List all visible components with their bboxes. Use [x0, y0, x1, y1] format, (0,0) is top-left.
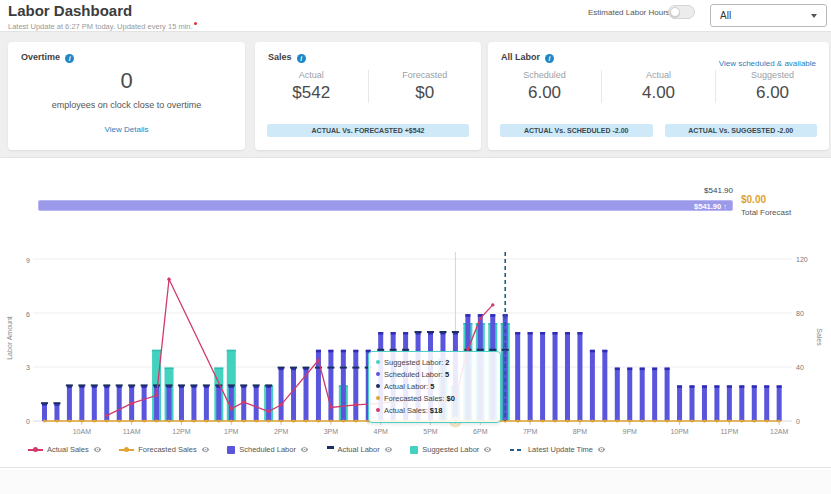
legend-label: Suggested Labor [422, 445, 479, 454]
sales-card: Salesi Actual $542 Forecasted $0 ACTUAL … [255, 42, 481, 150]
sales-title-text: Sales [268, 52, 292, 62]
overtime-card: Overtimei 0 employees on clock close to … [8, 42, 245, 150]
department-filter-dropdown[interactable]: All [710, 4, 827, 27]
sales-actual-value: $542 [255, 83, 368, 103]
page-subtitle: Latest Update at 6:27 PM today. Updated … [8, 22, 197, 31]
tooltip-series-bullet [376, 396, 380, 400]
overtime-description: employees on clock close to overtime [8, 100, 245, 110]
info-icon[interactable]: i [297, 54, 306, 63]
all-labor-title: All Labori [501, 52, 554, 63]
forecast-progress-bar: $541.90 ↑ [38, 200, 733, 211]
overtime-title: Overtimei [21, 52, 74, 63]
tooltip-row: Actual Sales: $18 [376, 405, 493, 417]
legend-item-actual-sales[interactable]: Actual Sales [28, 445, 102, 454]
legend-item-scheduled-labor[interactable]: Scheduled Labor [227, 445, 309, 454]
actual-labor-marker-icon [327, 446, 334, 449]
page-footer-space [0, 469, 831, 494]
tooltip-series-bullet [376, 360, 380, 364]
sales-title: Salesi [268, 52, 306, 63]
tooltip-series-bullet [376, 384, 380, 388]
page-title: Labor Dashboard [8, 2, 132, 19]
dropdown-value: All [720, 10, 731, 21]
legend-item-forecasted-sales[interactable]: Forecasted Sales [119, 445, 209, 454]
labor-scheduled-value: 6.00 [488, 83, 601, 103]
visibility-eye-icon[interactable] [597, 445, 606, 454]
total-forecast-value: $0.00 [741, 194, 766, 205]
tooltip-row: Suggested Labor: 2 [376, 357, 493, 369]
tooltip-row: Forecasted Sales: $0 [376, 393, 493, 405]
forecast-bar-label: $541.90 [620, 186, 733, 195]
sales-forecasted-column: Forecasted $0 [368, 70, 482, 103]
app-root: Labor Dashboard Latest Update at 6:27 PM… [0, 0, 831, 494]
view-details-link[interactable]: View Details [105, 125, 149, 134]
all-labor-title-text: All Labor [501, 52, 540, 62]
tooltip-row: Scheduled Labor: 5 [376, 369, 493, 381]
info-icon[interactable]: i [545, 54, 554, 63]
chart-legend: Actual SalesForecasted SalesScheduled La… [28, 445, 606, 454]
sales-comparison-badge: ACTUAL Vs. FORECASTED +$542 [267, 124, 469, 137]
labor-scheduled-badge: ACTUAL Vs. SCHEDULED -2.00 [500, 124, 653, 137]
sales-actual-column: Actual $542 [255, 70, 368, 103]
total-forecast-label: Total Forecast [741, 208, 791, 217]
tooltip-series-bullet [376, 408, 380, 412]
legend-item-latest-update-time[interactable]: Latest Update Time [510, 445, 606, 454]
suggested-labor-marker-icon [410, 446, 418, 454]
legend-label: Latest Update Time [528, 445, 593, 454]
visibility-eye-icon[interactable] [93, 445, 102, 454]
estimated-labor-hours-label: Estimated Labor Hours [588, 8, 670, 17]
estimated-labor-hours-toggle[interactable] [668, 5, 695, 19]
chevron-down-icon [811, 14, 817, 18]
legend-label: Scheduled Labor [239, 445, 296, 454]
visibility-eye-icon[interactable] [483, 445, 492, 454]
chart-tooltip: Suggested Labor: 2Scheduled Labor: 5Actu… [368, 351, 501, 423]
visibility-eye-icon[interactable] [384, 445, 393, 454]
legend-label: Actual Sales [47, 445, 89, 454]
labor-suggested-column: Suggested 6.00 [715, 70, 829, 103]
labor-actual-label: Actual [602, 70, 715, 80]
legend-item-suggested-labor[interactable]: Suggested Labor [410, 445, 492, 454]
overtime-value: 0 [8, 68, 245, 94]
sales-forecasted-value: $0 [369, 83, 482, 103]
latest-update-time-marker-icon [510, 449, 524, 451]
forecasted-sales-marker-icon [119, 449, 134, 451]
page-subtitle-text: Latest Update at 6:27 PM today. Updated … [8, 22, 193, 31]
overtime-title-text: Overtime [21, 52, 60, 62]
tooltip-row: Actual Labor: 5 [376, 381, 493, 393]
sales-forecasted-label: Forecasted [369, 70, 482, 80]
labor-suggested-badge: ACTUAL Vs. SUGGESTED -2.00 [665, 124, 818, 137]
toggle-knob [670, 7, 680, 17]
labor-scheduled-column: Scheduled 6.00 [488, 70, 601, 103]
legend-label: Forecasted Sales [138, 445, 196, 454]
legend-item-actual-labor[interactable]: Actual Labor [327, 445, 393, 454]
forecast-bar-inner-label: $541.90 ↑ [694, 202, 727, 211]
visibility-eye-icon[interactable] [201, 445, 210, 454]
labor-scheduled-label: Scheduled [488, 70, 601, 80]
tooltip-series-bullet [376, 372, 380, 376]
scheduled-labor-marker-icon [227, 446, 235, 454]
actual-sales-marker-icon [28, 449, 43, 451]
sales-actual-label: Actual [255, 70, 368, 80]
info-icon[interactable]: i [65, 54, 74, 63]
labor-actual-value: 4.00 [602, 83, 715, 103]
visibility-eye-icon[interactable] [300, 445, 309, 454]
update-indicator-dot [194, 22, 197, 25]
labor-actual-column: Actual 4.00 [601, 70, 715, 103]
all-labor-card: All Labori View scheduled & available Sc… [488, 42, 829, 150]
labor-suggested-label: Suggested [716, 70, 829, 80]
view-scheduled-available-link[interactable]: View scheduled & available [719, 59, 816, 68]
labor-suggested-value: 6.00 [716, 83, 829, 103]
legend-label: Actual Labor [338, 445, 380, 454]
